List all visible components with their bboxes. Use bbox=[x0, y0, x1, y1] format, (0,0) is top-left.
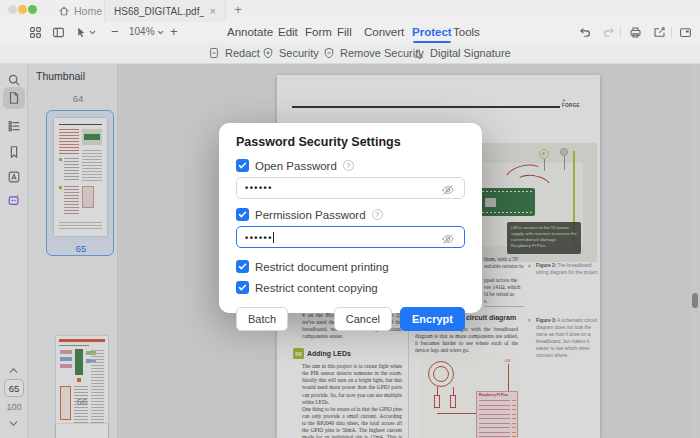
menu-tools[interactable]: Tools bbox=[453, 26, 480, 38]
undo-icon bbox=[579, 26, 592, 39]
tab-home-label: Home bbox=[74, 5, 102, 17]
menu-convert[interactable]: Convert bbox=[364, 26, 404, 38]
window-zoom-button[interactable] bbox=[28, 5, 37, 14]
redact-icon bbox=[208, 47, 220, 59]
batch-button[interactable]: Batch bbox=[236, 307, 288, 331]
toolbar-divider bbox=[671, 27, 672, 38]
sidebar-panel-icon bbox=[52, 26, 65, 39]
encrypt-button[interactable]: Encrypt bbox=[400, 307, 465, 331]
zoom-out-button[interactable]: − bbox=[111, 23, 119, 41]
text-caret bbox=[273, 232, 274, 243]
check-icon bbox=[238, 262, 247, 271]
security-label: Security bbox=[279, 47, 319, 59]
permission-password-help-icon[interactable]: ? bbox=[372, 209, 383, 220]
tab-close-icon[interactable]: × bbox=[210, 6, 216, 17]
tab-home[interactable]: Home bbox=[52, 0, 108, 22]
security-button[interactable]: Security bbox=[262, 43, 319, 63]
permission-password-checkbox[interactable] bbox=[236, 208, 249, 221]
dialog-title: Password Security Settings bbox=[236, 135, 465, 149]
tab-bar: Home HS68_DIGITAL.pdf_Copy × + bbox=[0, 0, 700, 22]
open-password-input[interactable]: •••••• bbox=[236, 177, 465, 199]
signature-icon bbox=[413, 47, 425, 59]
print-button[interactable] bbox=[628, 25, 643, 40]
zoom-dropdown[interactable] bbox=[155, 25, 165, 40]
printer-icon bbox=[629, 26, 642, 39]
new-tab-button[interactable]: + bbox=[230, 2, 246, 18]
zoom-level-value: 104% bbox=[129, 26, 155, 37]
check-icon bbox=[238, 161, 247, 170]
cancel-button[interactable]: Cancel bbox=[334, 307, 392, 331]
reading-view-button[interactable] bbox=[678, 25, 693, 40]
restrict-copying-label: Restrict content copying bbox=[255, 282, 378, 294]
home-icon bbox=[58, 5, 70, 17]
permission-password-input[interactable]: •••••• bbox=[236, 226, 465, 248]
remove-security-button[interactable]: Remove Security bbox=[323, 43, 424, 63]
tab-document-title: HS68_DIGITAL.pdf_Copy bbox=[114, 6, 204, 17]
check-icon bbox=[238, 283, 247, 292]
window-minimize-button[interactable] bbox=[18, 5, 27, 14]
toolbar-divider bbox=[620, 27, 621, 38]
permission-password-visibility-toggle[interactable] bbox=[441, 231, 456, 244]
redact-label: Redact bbox=[225, 47, 260, 59]
check-icon bbox=[238, 210, 247, 219]
menu-protect[interactable]: Protect bbox=[412, 26, 452, 38]
permission-password-value: •••••• bbox=[245, 232, 441, 243]
tab-document[interactable]: HS68_DIGITAL.pdf_Copy × bbox=[104, 0, 226, 22]
permission-password-label: Permission Password bbox=[255, 209, 366, 221]
sidebar-toggle-button[interactable] bbox=[51, 25, 66, 40]
restrict-copying-checkbox[interactable] bbox=[236, 281, 249, 294]
pdf-editor-window: Home HS68_DIGITAL.pdf_Copy × + − 104% + … bbox=[0, 0, 700, 438]
zoom-in-button[interactable]: + bbox=[170, 23, 178, 41]
reader-panel-icon bbox=[679, 26, 692, 39]
restrict-printing-label: Restrict document printing bbox=[255, 261, 389, 273]
password-security-dialog: Password Security Settings Open Password… bbox=[219, 123, 482, 313]
page-grid-view-button[interactable] bbox=[28, 25, 43, 40]
open-password-visibility-toggle[interactable] bbox=[441, 182, 456, 195]
shield-plus-icon bbox=[262, 47, 274, 59]
chevron-down-icon bbox=[88, 28, 97, 37]
share-icon bbox=[653, 26, 666, 39]
open-password-label: Open Password bbox=[255, 160, 337, 172]
menu-form[interactable]: Form bbox=[305, 26, 332, 38]
menu-fill[interactable]: Fill bbox=[337, 26, 352, 38]
redo-icon bbox=[602, 26, 615, 39]
redo-button[interactable] bbox=[601, 25, 616, 40]
eye-off-icon bbox=[441, 233, 455, 245]
digital-signature-label: Digital Signature bbox=[430, 47, 511, 59]
restrict-printing-checkbox[interactable] bbox=[236, 260, 249, 273]
undo-button[interactable] bbox=[578, 25, 593, 40]
menu-edit[interactable]: Edit bbox=[278, 26, 298, 38]
open-password-value: •••••• bbox=[245, 183, 441, 193]
select-tool-dropdown[interactable] bbox=[87, 25, 97, 40]
open-password-checkbox[interactable] bbox=[236, 159, 249, 172]
protect-toolbar: Redact Security Remove Security Digital … bbox=[0, 43, 700, 64]
eye-off-icon bbox=[441, 184, 455, 196]
grid-icon bbox=[29, 26, 42, 39]
chevron-down-icon bbox=[156, 28, 165, 37]
window-close-button[interactable] bbox=[8, 5, 17, 14]
shield-minus-icon bbox=[323, 47, 335, 59]
remove-security-label: Remove Security bbox=[340, 47, 424, 59]
share-button[interactable] bbox=[652, 25, 667, 40]
redact-button[interactable]: Redact bbox=[208, 43, 260, 63]
open-password-help-icon[interactable]: ? bbox=[343, 160, 354, 171]
digital-signature-button[interactable]: Digital Signature bbox=[413, 43, 511, 63]
menu-annotate[interactable]: Annotate bbox=[227, 26, 273, 38]
workspace: 65 100 Thumbnail 64 bbox=[0, 64, 700, 438]
main-toolbar: − 104% + Annotate Edit Form Fill Convert… bbox=[0, 22, 700, 43]
